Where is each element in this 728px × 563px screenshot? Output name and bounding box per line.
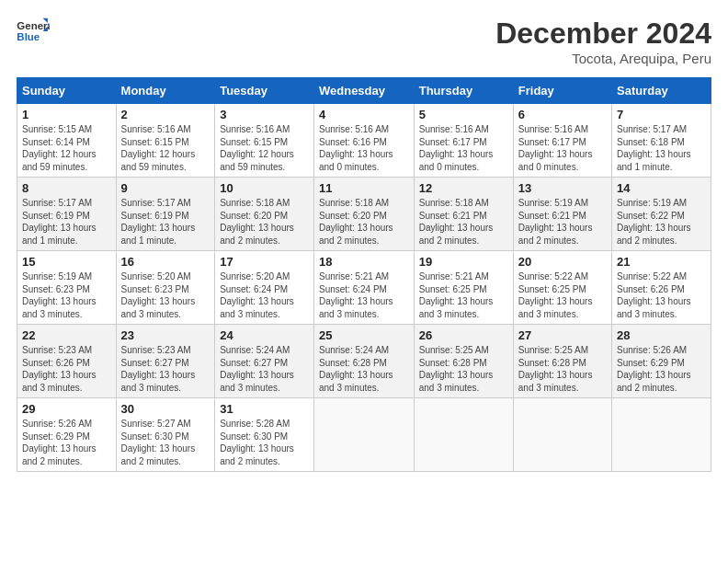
table-row: 25 Sunrise: 5:24 AMSunset: 6:28 PMDaylig… [313, 325, 414, 398]
day-detail: Sunrise: 5:28 AMSunset: 6:30 PMDaylight:… [220, 419, 294, 466]
day-detail: Sunrise: 5:23 AMSunset: 6:26 PMDaylight:… [22, 345, 97, 393]
day-detail: Sunrise: 5:16 AMSunset: 6:17 PMDaylight:… [419, 124, 494, 172]
calendar-header-row: Sunday Monday Tuesday Wednesday Thursday… [17, 78, 711, 104]
table-row: 12 Sunrise: 5:18 AMSunset: 6:21 PMDaylig… [414, 178, 513, 251]
day-detail: Sunrise: 5:21 AMSunset: 6:25 PMDaylight:… [419, 271, 494, 319]
day-number: 27 [518, 328, 607, 342]
day-detail: Sunrise: 5:27 AMSunset: 6:30 PMDaylight:… [121, 419, 196, 466]
day-number: 16 [121, 255, 210, 269]
table-row: 16 Sunrise: 5:20 AMSunset: 6:23 PMDaylig… [116, 251, 215, 325]
day-number: 14 [617, 181, 706, 195]
day-number: 12 [419, 181, 508, 195]
day-number: 21 [617, 255, 706, 269]
day-detail: Sunrise: 5:24 AMSunset: 6:28 PMDaylight:… [319, 345, 393, 393]
day-number: 2 [121, 108, 210, 121]
calendar-week-5: 29 Sunrise: 5:26 AMSunset: 6:29 PMDaylig… [17, 398, 711, 472]
day-detail: Sunrise: 5:18 AMSunset: 6:20 PMDaylight:… [319, 198, 393, 246]
table-row: 17 Sunrise: 5:20 AMSunset: 6:24 PMDaylig… [215, 251, 314, 325]
day-detail: Sunrise: 5:16 AMSunset: 6:15 PMDaylight:… [121, 124, 196, 172]
day-detail: Sunrise: 5:19 AMSunset: 6:23 PMDaylight:… [22, 271, 97, 319]
day-number: 20 [518, 255, 607, 269]
table-row: 11 Sunrise: 5:18 AMSunset: 6:20 PMDaylig… [313, 178, 414, 251]
day-detail: Sunrise: 5:16 AMSunset: 6:17 PMDaylight:… [518, 124, 593, 172]
title-block: December 2024 Tocota, Arequipa, Peru [495, 17, 711, 66]
table-row: 2 Sunrise: 5:16 AMSunset: 6:15 PMDayligh… [116, 104, 215, 178]
col-wednesday: Wednesday [313, 78, 414, 104]
table-row: 5 Sunrise: 5:16 AMSunset: 6:17 PMDayligh… [414, 104, 513, 178]
calendar-week-1: 1 Sunrise: 5:15 AMSunset: 6:14 PMDayligh… [17, 104, 711, 178]
day-detail: Sunrise: 5:19 AMSunset: 6:21 PMDaylight:… [518, 198, 593, 246]
col-saturday: Saturday [612, 78, 711, 104]
day-number: 13 [518, 181, 607, 195]
day-detail: Sunrise: 5:20 AMSunset: 6:23 PMDaylight:… [121, 271, 196, 319]
day-detail: Sunrise: 5:17 AMSunset: 6:19 PMDaylight:… [121, 198, 196, 246]
table-row [612, 398, 711, 472]
day-number: 28 [617, 328, 706, 342]
table-row: 21 Sunrise: 5:22 AMSunset: 6:26 PMDaylig… [612, 251, 711, 325]
table-row: 1 Sunrise: 5:15 AMSunset: 6:14 PMDayligh… [17, 104, 117, 178]
col-sunday: Sunday [17, 78, 117, 104]
table-row: 28 Sunrise: 5:26 AMSunset: 6:29 PMDaylig… [612, 325, 711, 398]
day-detail: Sunrise: 5:15 AMSunset: 6:14 PMDaylight:… [22, 124, 97, 172]
table-row: 6 Sunrise: 5:16 AMSunset: 6:17 PMDayligh… [513, 104, 611, 178]
day-number: 9 [121, 181, 210, 195]
day-detail: Sunrise: 5:22 AMSunset: 6:26 PMDaylight:… [617, 271, 691, 319]
day-detail: Sunrise: 5:18 AMSunset: 6:21 PMDaylight:… [419, 198, 494, 246]
day-detail: Sunrise: 5:26 AMSunset: 6:29 PMDaylight:… [22, 419, 97, 466]
day-number: 23 [121, 328, 210, 342]
table-row: 30 Sunrise: 5:27 AMSunset: 6:30 PMDaylig… [116, 398, 215, 472]
table-row: 7 Sunrise: 5:17 AMSunset: 6:18 PMDayligh… [612, 104, 711, 178]
day-detail: Sunrise: 5:19 AMSunset: 6:22 PMDaylight:… [617, 198, 691, 246]
day-detail: Sunrise: 5:18 AMSunset: 6:20 PMDaylight:… [220, 198, 294, 246]
header: General Blue December 2024 Tocota, Arequ… [17, 17, 711, 66]
table-row: 20 Sunrise: 5:22 AMSunset: 6:25 PMDaylig… [513, 251, 611, 325]
day-number: 29 [22, 402, 111, 416]
day-number: 26 [419, 328, 508, 342]
table-row: 27 Sunrise: 5:25 AMSunset: 6:28 PMDaylig… [513, 325, 611, 398]
day-number: 8 [22, 181, 111, 195]
day-number: 11 [319, 181, 409, 195]
day-number: 22 [22, 328, 111, 342]
day-detail: Sunrise: 5:17 AMSunset: 6:18 PMDaylight:… [617, 124, 691, 172]
day-number: 10 [220, 181, 309, 195]
table-row: 19 Sunrise: 5:21 AMSunset: 6:25 PMDaylig… [414, 251, 513, 325]
col-tuesday: Tuesday [215, 78, 314, 104]
day-detail: Sunrise: 5:21 AMSunset: 6:24 PMDaylight:… [319, 271, 393, 319]
table-row: 31 Sunrise: 5:28 AMSunset: 6:30 PMDaylig… [215, 398, 314, 472]
col-thursday: Thursday [414, 78, 513, 104]
calendar-table: Sunday Monday Tuesday Wednesday Thursday… [17, 77, 711, 472]
table-row: 13 Sunrise: 5:19 AMSunset: 6:21 PMDaylig… [513, 178, 611, 251]
day-number: 31 [220, 402, 309, 416]
calendar-week-2: 8 Sunrise: 5:17 AMSunset: 6:19 PMDayligh… [17, 178, 711, 251]
table-row [513, 398, 611, 472]
day-number: 3 [220, 108, 309, 121]
day-number: 25 [319, 328, 409, 342]
day-number: 7 [617, 108, 706, 121]
day-number: 15 [22, 255, 111, 269]
day-detail: Sunrise: 5:26 AMSunset: 6:29 PMDaylight:… [617, 345, 691, 393]
calendar-week-4: 22 Sunrise: 5:23 AMSunset: 6:26 PMDaylig… [17, 325, 711, 398]
table-row [313, 398, 414, 472]
subtitle: Tocota, Arequipa, Peru [495, 51, 711, 66]
table-row: 18 Sunrise: 5:21 AMSunset: 6:24 PMDaylig… [313, 251, 414, 325]
table-row: 26 Sunrise: 5:25 AMSunset: 6:28 PMDaylig… [414, 325, 513, 398]
svg-text:Blue: Blue [17, 31, 40, 42]
day-number: 4 [319, 108, 409, 121]
page: General Blue December 2024 Tocota, Arequ… [0, 0, 728, 481]
day-number: 19 [419, 255, 508, 269]
table-row: 4 Sunrise: 5:16 AMSunset: 6:16 PMDayligh… [313, 104, 414, 178]
day-number: 17 [220, 255, 309, 269]
day-detail: Sunrise: 5:22 AMSunset: 6:25 PMDaylight:… [518, 271, 593, 319]
table-row: 22 Sunrise: 5:23 AMSunset: 6:26 PMDaylig… [17, 325, 117, 398]
table-row: 23 Sunrise: 5:23 AMSunset: 6:27 PMDaylig… [116, 325, 215, 398]
logo: General Blue [17, 17, 50, 44]
day-detail: Sunrise: 5:16 AMSunset: 6:15 PMDaylight:… [220, 124, 294, 172]
day-number: 1 [22, 108, 111, 121]
day-number: 5 [419, 108, 508, 121]
calendar-week-3: 15 Sunrise: 5:19 AMSunset: 6:23 PMDaylig… [17, 251, 711, 325]
table-row: 14 Sunrise: 5:19 AMSunset: 6:22 PMDaylig… [612, 178, 711, 251]
day-number: 6 [518, 108, 607, 121]
day-detail: Sunrise: 5:24 AMSunset: 6:27 PMDaylight:… [220, 345, 294, 393]
table-row: 15 Sunrise: 5:19 AMSunset: 6:23 PMDaylig… [17, 251, 117, 325]
logo-icon: General Blue [17, 17, 50, 44]
